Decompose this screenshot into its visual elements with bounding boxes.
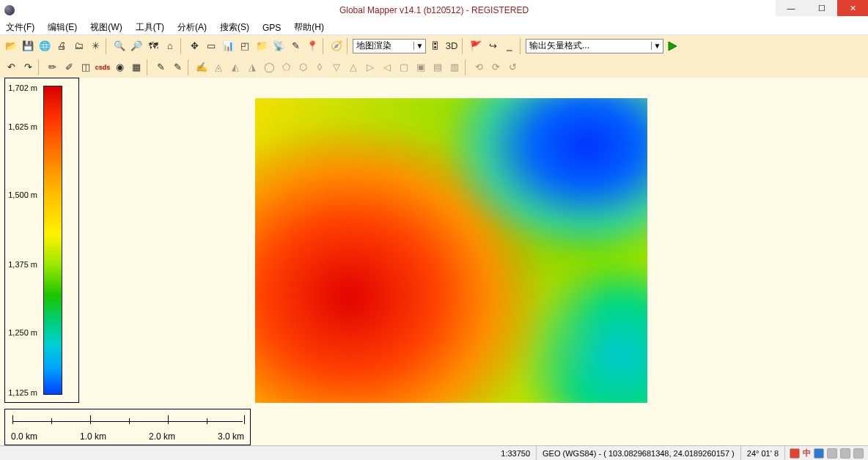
toolbar-area: 📂 💾 🌐 🖨 🗂 ✳ 🔍 🔎 🗺 ⌂ ✥ ▭ 📊 ◰ 📁 📡 ✎ 📍 🧭 地图…: [0, 35, 868, 78]
tool-icon[interactable]: ⬠: [278, 59, 294, 75]
status-dms: 24° 01' 8: [741, 446, 785, 460]
digitize-line-icon[interactable]: ✐: [61, 59, 77, 75]
menu-search[interactable]: 搜索(S): [217, 20, 252, 35]
chevron-down-icon: ▼: [413, 42, 425, 50]
digitize-icon[interactable]: ✏: [44, 59, 60, 75]
close-button[interactable]: ✕: [837, 0, 868, 16]
spray-icon[interactable]: ◉: [111, 59, 128, 75]
vector-output-combo-text: 输出矢量格式...: [526, 40, 651, 52]
menu-tools[interactable]: 工具(T): [133, 20, 167, 35]
tool-icon[interactable]: ▤: [430, 59, 446, 75]
vertex-icon[interactable]: ✎: [152, 59, 169, 75]
3d-cube-icon[interactable]: ◰: [237, 38, 253, 54]
separator: [462, 38, 466, 54]
pan-icon[interactable]: ✥: [186, 38, 202, 54]
tool-icon[interactable]: ◬: [210, 59, 227, 75]
status-crs: GEO (WGS84) - ( 103.0829681348, 24.01892…: [537, 446, 741, 460]
tool-icon[interactable]: ⟲: [471, 59, 487, 75]
scale-label: 1.0 km: [80, 431, 106, 442]
antenna-icon[interactable]: 📡: [271, 38, 287, 54]
map-render-combo-text: 地图渲染: [353, 40, 413, 52]
run-export-button[interactable]: [664, 38, 680, 54]
legend-tick: 1,702 m: [8, 84, 37, 92]
tool-icon[interactable]: ▷: [362, 59, 378, 75]
menu-help[interactable]: 帮助(H): [291, 20, 327, 35]
chevron-down-icon: ▼: [651, 42, 663, 50]
3d-view-icon[interactable]: 3D: [444, 38, 460, 54]
tool-icon[interactable]: ▣: [413, 59, 429, 75]
grid-icon[interactable]: ▦: [128, 59, 144, 75]
snap-icon[interactable]: ✎: [169, 59, 185, 75]
separator: [38, 59, 42, 75]
maximize-button[interactable]: ☐: [806, 0, 837, 16]
menu-gps[interactable]: GPS: [260, 21, 284, 34]
compass-icon[interactable]: 🧭: [328, 38, 345, 54]
legend-tick: 1,625 m: [8, 122, 37, 131]
tray-icon[interactable]: [853, 448, 864, 459]
menu-edit[interactable]: 编辑(E): [45, 20, 80, 35]
tool-icon[interactable]: △: [345, 59, 361, 75]
tool-icon[interactable]: ⬡: [295, 59, 311, 75]
layers-icon[interactable]: 🗂: [70, 38, 87, 54]
workspace[interactable]: 1,702 m 1,625 m 1,500 m 1,375 m 1,250 m …: [0, 78, 868, 445]
chart-icon[interactable]: 📊: [220, 38, 236, 54]
tool-icon[interactable]: ▽: [328, 59, 345, 75]
home-icon[interactable]: ⌂: [162, 38, 178, 54]
vector-output-combo[interactable]: 输出矢量格式... ▼: [526, 39, 663, 53]
digitize-poly-icon[interactable]: ◫: [78, 59, 94, 75]
palette-icon[interactable]: 🎛: [427, 38, 443, 54]
tool-icon[interactable]: ▥: [446, 59, 463, 75]
route-icon[interactable]: ↪: [485, 38, 501, 54]
svg-marker-0: [669, 42, 677, 51]
elevation-map[interactable]: [255, 98, 647, 403]
open-file-icon[interactable]: 📂: [3, 38, 19, 54]
window-title: Global Mapper v14.1 (b120512) - REGISTER…: [0, 5, 868, 15]
pencil-icon[interactable]: ✎: [287, 38, 304, 54]
select-icon[interactable]: ▭: [203, 38, 219, 54]
tool-icon[interactable]: ↺: [504, 59, 521, 75]
separator: [147, 59, 150, 75]
separator: [106, 38, 109, 54]
folder-icon[interactable]: 📁: [254, 38, 270, 54]
zoom-out-icon[interactable]: 🔎: [128, 38, 144, 54]
tool-icon[interactable]: ⟳: [488, 59, 504, 75]
tray-icon[interactable]: [790, 448, 800, 459]
flag-icon[interactable]: 🚩: [468, 38, 484, 54]
elevation-legend: 1,702 m 1,625 m 1,500 m 1,375 m 1,250 m …: [4, 78, 79, 403]
save-icon[interactable]: 💾: [20, 38, 36, 54]
tray-icon[interactable]: [840, 448, 850, 459]
undo-icon[interactable]: ↶: [3, 59, 19, 75]
menu-bar: 文件(F) 编辑(E) 视图(W) 工具(T) 分析(A) 搜索(S) GPS …: [0, 21, 868, 35]
toolbar-row-1: 📂 💾 🌐 🖨 🗂 ✳ 🔍 🔎 🗺 ⌂ ✥ ▭ 📊 ◰ 📁 📡 ✎ 📍 🧭 地图…: [0, 35, 868, 56]
tilt-icon[interactable]: ✳: [87, 38, 103, 54]
tray-icon[interactable]: [827, 448, 837, 459]
menu-view[interactable]: 视图(W): [87, 20, 125, 35]
toolbar-row-2: ↶ ↷ ✏ ✐ ◫ csds ◉ ▦ ✎ ✎ ✍ ◬ ◭ ◮ ◯ ⬠ ⬡ ◊ ▽…: [0, 56, 868, 78]
tool-icon[interactable]: ◁: [379, 59, 395, 75]
tool-icon[interactable]: ◮: [244, 59, 260, 75]
separator: [520, 38, 523, 54]
digitize-attrs-icon[interactable]: csds: [95, 59, 111, 75]
menu-analysis[interactable]: 分析(A): [174, 20, 210, 35]
minimize-button[interactable]: —: [776, 0, 806, 16]
legend-color-bar: [43, 86, 62, 395]
tool-icon[interactable]: ◊: [312, 59, 328, 75]
legend-tick: 1,125 m: [8, 388, 37, 397]
line-icon[interactable]: ⎯: [501, 38, 518, 54]
tool-icon[interactable]: ◯: [261, 59, 277, 75]
menu-file[interactable]: 文件(F): [3, 20, 37, 35]
redo-icon[interactable]: ↷: [20, 59, 36, 75]
globe-icon[interactable]: 🌐: [37, 38, 53, 54]
tray-lang[interactable]: 中: [803, 448, 811, 459]
print-icon[interactable]: 🖨: [54, 38, 70, 54]
zoom-in-icon[interactable]: 🔍: [111, 38, 128, 54]
pin-icon[interactable]: 📍: [304, 38, 320, 54]
tray-icon[interactable]: [814, 448, 824, 459]
title-bar: Global Mapper v14.1 (b120512) - REGISTER…: [0, 0, 868, 21]
tool-icon[interactable]: ▢: [396, 59, 412, 75]
heatmap-layer: [255, 98, 647, 403]
tool-icon[interactable]: ◭: [227, 59, 243, 75]
freehand-icon[interactable]: ✍: [194, 59, 210, 75]
map-render-combo[interactable]: 地图渲染 ▼: [353, 39, 426, 53]
zoom-extents-icon[interactable]: 🗺: [145, 38, 161, 54]
